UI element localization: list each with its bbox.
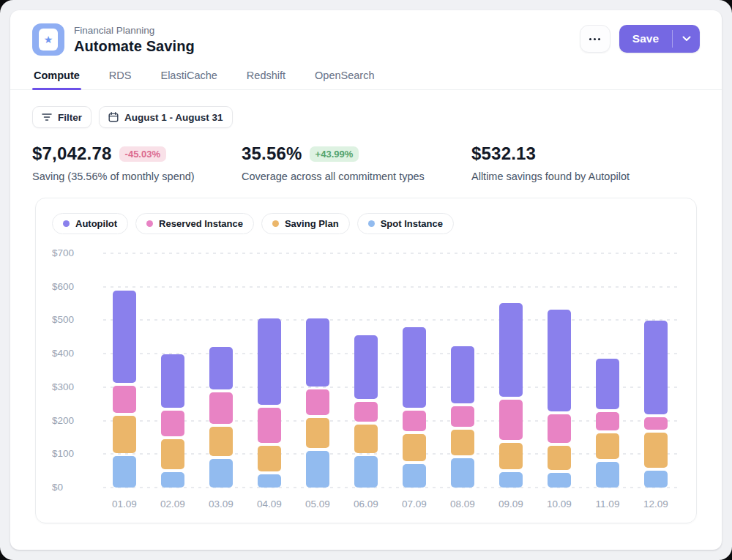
- bar-segment-spot-instance[interactable]: [209, 459, 233, 488]
- bar-segment-saving-plan[interactable]: [403, 434, 426, 461]
- bar-segment-reserved-instance[interactable]: [209, 392, 233, 424]
- stat-label: Coverage across all commitment types: [242, 171, 471, 182]
- x-tick-label: 02.09: [149, 499, 197, 509]
- bar-segment-reserved-instance[interactable]: [596, 412, 619, 430]
- filter-button[interactable]: Filter: [32, 106, 92, 128]
- bar-segment-spot-instance[interactable]: [113, 456, 136, 488]
- bar-segment-autopilot[interactable]: [113, 291, 136, 383]
- filter-label: Filter: [58, 112, 82, 123]
- bar-segment-saving-plan[interactable]: [451, 430, 474, 456]
- bar-segment-saving-plan[interactable]: [354, 425, 378, 453]
- bar-segment-spot-instance[interactable]: [258, 474, 281, 488]
- bar-segment-reserved-instance[interactable]: [306, 389, 329, 414]
- bar-segment-saving-plan[interactable]: [161, 439, 184, 469]
- bar-segment-spot-instance[interactable]: [548, 473, 571, 488]
- bar-column-07.09: [390, 253, 438, 488]
- tab-redshift[interactable]: Redshift: [245, 65, 287, 89]
- bar-segment-spot-instance[interactable]: [161, 472, 184, 488]
- save-dropdown-button[interactable]: [673, 25, 700, 53]
- bar-segment-reserved-instance[interactable]: [548, 414, 571, 442]
- tab-compute[interactable]: Compute: [32, 65, 81, 89]
- bar-segment-saving-plan[interactable]: [209, 427, 233, 456]
- bar-segment-spot-instance[interactable]: [596, 462, 619, 488]
- legend-dot: [146, 220, 153, 227]
- legend-chip-reserved-instance[interactable]: Reserved Instance: [135, 213, 254, 234]
- x-tick-label: 01.09: [100, 499, 149, 509]
- bar-segment-saving-plan[interactable]: [548, 446, 571, 471]
- bar-segment-autopilot[interactable]: [548, 310, 571, 411]
- tab-opensearch[interactable]: OpenSearch: [313, 65, 376, 89]
- bar-segment-saving-plan[interactable]: [258, 446, 281, 471]
- x-tick-label: 11.09: [583, 499, 632, 509]
- bar-segment-spot-instance[interactable]: [354, 456, 378, 488]
- stat-badge: -45.03%: [119, 146, 166, 162]
- bar-segment-autopilot[interactable]: [354, 335, 378, 399]
- x-tick-label: 10.09: [535, 499, 583, 509]
- chart-legend: AutopilotReserved InstanceSaving PlanSpo…: [52, 213, 680, 234]
- bar-segment-autopilot[interactable]: [209, 347, 233, 389]
- bar-segment-autopilot[interactable]: [596, 359, 619, 409]
- legend-label: Autopilot: [75, 218, 117, 229]
- bar-stack: [161, 354, 184, 488]
- x-tick-label: 08.09: [438, 499, 487, 509]
- bar-segment-autopilot[interactable]: [403, 327, 426, 408]
- bar-segment-spot-instance[interactable]: [451, 458, 474, 488]
- bar-segment-saving-plan[interactable]: [644, 433, 668, 468]
- bar-segment-reserved-instance[interactable]: [354, 402, 378, 422]
- date-range-button[interactable]: August 1 - August 31: [99, 106, 233, 128]
- filter-row: Filter August 1 - August 31: [10, 90, 722, 128]
- bar-stack: [596, 359, 619, 488]
- x-tick-label: 12.09: [632, 499, 680, 509]
- legend-chip-autopilot[interactable]: Autopilot: [52, 213, 128, 234]
- bar-segment-autopilot[interactable]: [258, 318, 281, 406]
- bar-stack: [258, 318, 281, 488]
- bar-segment-spot-instance[interactable]: [403, 464, 426, 488]
- bar-segment-autopilot[interactable]: [499, 303, 523, 397]
- bar-column-12.09: [632, 253, 680, 488]
- x-tick-label: 04.09: [245, 499, 294, 509]
- bar-segment-reserved-instance[interactable]: [161, 411, 184, 437]
- stat-value-row: $532.13: [471, 143, 630, 164]
- app-window: ★ Financial Planning Automate Saving Sav…: [0, 0, 732, 560]
- bar-segment-saving-plan[interactable]: [113, 416, 136, 452]
- chevron-down-icon: [682, 36, 691, 42]
- bar-column-10.09: [535, 253, 583, 488]
- legend-chip-saving-plan[interactable]: Saving Plan: [261, 213, 350, 234]
- chart-card: AutopilotReserved InstanceSaving PlanSpo…: [35, 198, 697, 523]
- y-tick-label: $200: [52, 415, 89, 426]
- legend-dot: [63, 220, 70, 227]
- bar-segment-autopilot[interactable]: [644, 321, 668, 414]
- bar-segment-reserved-instance[interactable]: [403, 411, 426, 430]
- bar-segment-reserved-instance[interactable]: [644, 417, 668, 430]
- bar-segment-saving-plan[interactable]: [596, 433, 619, 459]
- chart-body: $700$600$500$400$300$200$100$0 01.0902.0…: [52, 253, 680, 512]
- x-tick-label: 09.09: [487, 499, 535, 509]
- bar-segment-autopilot[interactable]: [306, 318, 329, 387]
- bar-stack: [354, 335, 378, 488]
- bar-segment-saving-plan[interactable]: [499, 443, 523, 469]
- bar-segment-reserved-instance[interactable]: [258, 408, 281, 443]
- bar-stack: [548, 310, 571, 488]
- bar-column-03.09: [197, 253, 245, 488]
- bar-segment-saving-plan[interactable]: [306, 418, 329, 448]
- bar-segment-spot-instance[interactable]: [306, 451, 329, 488]
- stat-label: Alltime savings found by Autopilot: [471, 171, 630, 182]
- bars-container: [100, 253, 680, 488]
- bar-segment-autopilot[interactable]: [161, 354, 184, 408]
- bar-segment-spot-instance[interactable]: [644, 471, 668, 488]
- bar-segment-reserved-instance[interactable]: [113, 386, 136, 413]
- bar-segment-reserved-instance[interactable]: [499, 400, 523, 440]
- star-icon: ★: [39, 29, 58, 51]
- save-split-button: Save: [619, 25, 700, 53]
- legend-chip-spot-instance[interactable]: Spot Instance: [357, 213, 454, 234]
- bar-stack: [209, 347, 233, 488]
- more-options-button[interactable]: [580, 25, 610, 53]
- bar-segment-spot-instance[interactable]: [499, 472, 523, 488]
- stat-value: 35.56%: [242, 143, 302, 164]
- bar-stack: [403, 327, 426, 488]
- bar-segment-autopilot[interactable]: [451, 346, 474, 403]
- tab-elasticache[interactable]: ElastiCache: [159, 65, 218, 89]
- save-button[interactable]: Save: [619, 25, 672, 53]
- tab-rds[interactable]: RDS: [108, 65, 133, 89]
- bar-segment-reserved-instance[interactable]: [451, 406, 474, 426]
